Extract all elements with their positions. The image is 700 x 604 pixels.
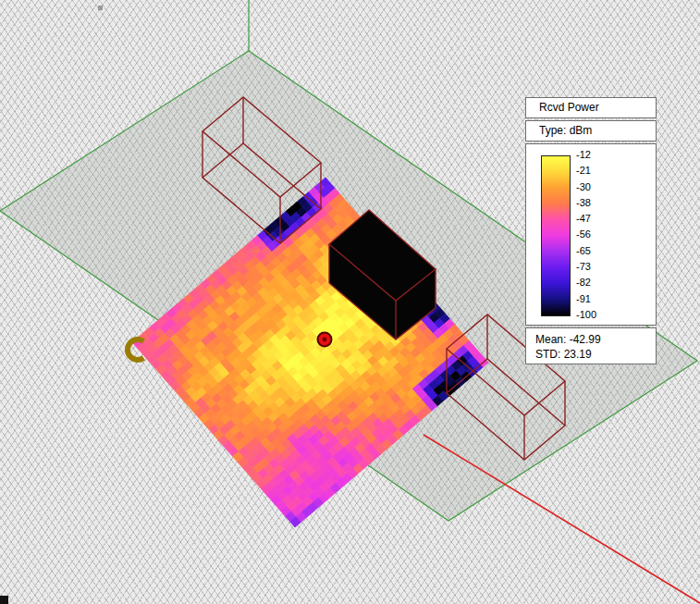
- corner-marker-top: [98, 6, 103, 10]
- corner-marker-bottom: [0, 596, 8, 604]
- legend-title-panel: Rcvd Power: [525, 97, 657, 118]
- scale-tick-label: -100: [576, 310, 632, 320]
- viewport-3d[interactable]: Rcvd Power Type: dBm -12 -21 -30 -38 -47…: [0, 0, 700, 604]
- scale-tick-label: -82: [576, 277, 632, 288]
- legend-scale-labels: -12 -21 -30 -38 -47 -56 -65 -73 -82 -91 …: [576, 150, 632, 320]
- scale-tick-label: -30: [576, 182, 632, 192]
- scale-tick-label: -21: [576, 166, 632, 176]
- scale-tick-label: -91: [576, 294, 632, 304]
- legend-gradient-bar: [541, 155, 571, 316]
- scale-tick-label: -65: [576, 246, 632, 256]
- legend-stats-panel: Mean: -42.99 STD: 23.19: [525, 327, 657, 364]
- scale-tick-label: -12: [576, 150, 632, 160]
- legend-title: Rcvd Power: [539, 101, 599, 114]
- receiver-arc-marker[interactable]: [128, 339, 143, 360]
- legend-type-panel: Type: dBm: [525, 120, 657, 142]
- scale-tick-label: -47: [576, 214, 632, 224]
- scale-tick-label: -73: [576, 262, 632, 272]
- building-solid-2: [329, 210, 436, 339]
- route-line: [424, 435, 700, 603]
- scale-tick-label: -38: [576, 198, 632, 208]
- building-wireframe-1: [203, 97, 321, 243]
- scale-tick-label: -56: [576, 229, 632, 240]
- legend-mean: Mean: -42.99: [535, 332, 656, 347]
- legend-std: STD: 23.19: [535, 347, 656, 362]
- legend-type-label: Type: dBm: [539, 124, 592, 137]
- transmitter-marker[interactable]: [318, 333, 332, 347]
- legend-scale-panel: -12 -21 -30 -38 -47 -56 -65 -73 -82 -91 …: [525, 143, 657, 326]
